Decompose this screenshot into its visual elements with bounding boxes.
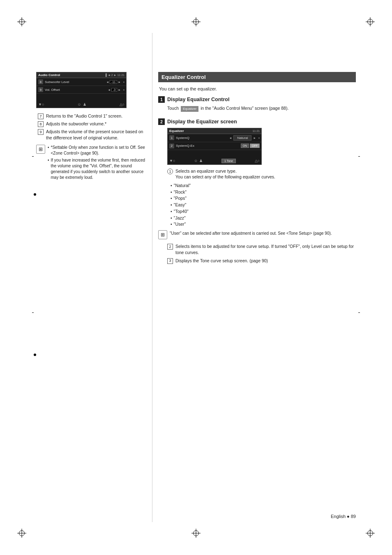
eq-screen-time: 11:21 bbox=[252, 130, 260, 132]
slider-subwoofer: ◄ -11 ► bbox=[106, 80, 121, 84]
num-box-8b: 8 bbox=[38, 121, 44, 127]
reg-crosshair-br bbox=[366, 529, 375, 538]
equalizer-touch-button: Equalizer bbox=[181, 106, 198, 112]
num-box-7: 7 bbox=[38, 113, 44, 119]
circle-num-1: 1 bbox=[167, 169, 173, 174]
eq-row-systemq-ex: 2 SystemQ-Ex ON OFF bbox=[168, 142, 261, 150]
screen-title: Audio Control bbox=[38, 73, 60, 77]
bullet-top40: "Top40" bbox=[171, 208, 356, 215]
step-1-title: Display Equalizer Control bbox=[167, 96, 229, 103]
num-item-9: 9 Adjusts the volume of the present sour… bbox=[38, 129, 147, 141]
row-num-9: 9 bbox=[38, 87, 43, 92]
eq-icon-person: ♟ bbox=[199, 159, 203, 163]
bullet-user: "User" bbox=[171, 221, 356, 228]
audio-control-screen: Audio Control ▌◄ 2 ► 11:21 8 Subwoofer L… bbox=[36, 72, 127, 108]
eq-num-1: 1 bbox=[169, 135, 174, 140]
eq-screen-title: Equalizer bbox=[169, 129, 184, 133]
step-1-block: 1 Display Equalizer Control Touch Equali… bbox=[158, 96, 356, 112]
screen-bottom: ▼○ ☺ ♟ △○ bbox=[37, 101, 126, 108]
reg-crosshair-bc bbox=[191, 529, 201, 538]
eq-icon-1: ▪ bbox=[258, 136, 260, 140]
left-arrow-9: ◄ bbox=[108, 88, 111, 91]
eq-label-systemq: SystemQ bbox=[176, 136, 227, 140]
right-arrow-8: ► bbox=[118, 81, 121, 83]
circle-item-1-header: 1 Selects an equalizer curve type. You c… bbox=[167, 168, 356, 180]
screen-header: Audio Control ▌◄ 2 ► 11:21 bbox=[37, 72, 126, 78]
bullet-easy: "Easy" bbox=[171, 202, 356, 208]
small-num-box-3: 3 bbox=[167, 258, 173, 264]
intro-text: You can set up the equalizer. bbox=[158, 86, 356, 91]
screen-row-subwoofer: 8 Subwoofer Level ◄ -11 ► ▪ bbox=[37, 78, 126, 86]
bottom-right-btn: △○ bbox=[120, 102, 125, 106]
tick-left-2 bbox=[32, 312, 34, 313]
icon-person: ♟ bbox=[83, 102, 86, 106]
eq-value-1: Natural bbox=[233, 135, 251, 141]
margin-dot-2 bbox=[34, 354, 36, 356]
eq-empty-area bbox=[168, 150, 261, 157]
equalizer-screen: Equalizer 11:21 1 SystemQ ◄ Natural ► ▪ … bbox=[167, 128, 262, 165]
bullet-rock: "Rock" bbox=[171, 189, 356, 196]
num-text-7: Returns to the "Audio Control 1" screen. bbox=[46, 113, 147, 119]
eq-screen-header: Equalizer 11:21 bbox=[168, 128, 261, 134]
bottom-left-btn: ▼○ bbox=[38, 102, 44, 106]
right-column: Equalizer Control You can set up the equ… bbox=[158, 72, 356, 271]
value-8: -11 bbox=[110, 80, 117, 84]
bullet-jazz: "Jazz" bbox=[171, 215, 356, 222]
num-text-9: Adjusts the volume of the present source… bbox=[46, 129, 147, 141]
eq-right-icons: ☺ ♟ bbox=[194, 159, 203, 163]
eq-bottom-right: △○ bbox=[255, 159, 260, 163]
num-box-9b: 9 bbox=[38, 129, 44, 135]
note-icon-left: ⊞ bbox=[36, 145, 45, 154]
column-divider bbox=[152, 33, 152, 522]
row-label-subwoofer: Subwoofer Level bbox=[45, 80, 104, 84]
small-num-item-2: 2 Selects items to be adjusted for tone … bbox=[167, 243, 356, 255]
margin-dot-1 bbox=[34, 193, 36, 196]
eq-right-arrow-1: ► bbox=[253, 136, 256, 139]
step-num-2: 2 bbox=[158, 118, 165, 125]
num-item-7: 7 Returns to the "Audio Control 1" scree… bbox=[38, 113, 147, 119]
small-num-text-3: Displays the Tone curve setup screen. (p… bbox=[175, 258, 268, 264]
eq-curve-bullets: "Natural" "Rock" "Pops" "Easy" "Top40" "… bbox=[171, 183, 356, 228]
eq-bottom-left: ▼○ bbox=[169, 159, 175, 163]
eq-num-2: 2 bbox=[169, 143, 174, 148]
num-text-8: Adjusts the subwoofer volume.* bbox=[46, 121, 147, 127]
note-block-left: ⊞ *Settable Only when zone function is s… bbox=[36, 145, 147, 182]
left-column: Audio Control ▌◄ 2 ► 11:21 8 Subwoofer L… bbox=[36, 72, 147, 185]
eq-icon-face: ☺ bbox=[194, 159, 198, 163]
step-1-desc: Touch Equalizer in the "Audio Control Me… bbox=[167, 105, 356, 112]
tick-left-1 bbox=[32, 156, 34, 157]
step-2-header: 2 Display the Equalizer screen bbox=[158, 118, 356, 125]
tick-right-1 bbox=[358, 156, 360, 157]
screen-row-voloffset: 9 Vol. Offset ◄ -3 ► ▪ bbox=[37, 86, 126, 94]
right-note-text: "User" can be selected after tone adjust… bbox=[170, 230, 356, 239]
eq-left-arrow-1: ◄ bbox=[229, 136, 232, 139]
eq-tone-btn[interactable]: 1 Tone bbox=[221, 159, 236, 163]
right-icons: ☺ ♟ bbox=[77, 102, 86, 106]
circle-item-1: 1 Selects an equalizer curve type. You c… bbox=[167, 168, 356, 180]
page-number: English ● 89 bbox=[331, 514, 356, 519]
step-2-title: Display the Equalizer screen bbox=[167, 118, 237, 125]
small-num-text-2: Selects items to be adjusted for tone cu… bbox=[175, 243, 356, 255]
icon-col-8: ▪ bbox=[123, 80, 125, 84]
small-num-item-3: 3 Displays the Tone curve setup screen. … bbox=[167, 258, 356, 264]
eq-on-btn[interactable]: ON bbox=[241, 143, 249, 148]
row-num-8: 8 bbox=[38, 79, 43, 84]
screen-empty-area bbox=[37, 94, 126, 101]
step-1-desc-before: Touch bbox=[167, 106, 179, 111]
small-num-box-2: 2 bbox=[167, 244, 173, 250]
reg-crosshair-tl bbox=[17, 17, 26, 26]
num-item-8: 8 Adjusts the subwoofer volume.* bbox=[38, 121, 147, 127]
reg-crosshair-tr bbox=[366, 17, 375, 26]
note-bullet-1: *Settable Only when zone function is set… bbox=[48, 145, 147, 156]
note-icon-right: ⊞ bbox=[158, 230, 167, 239]
reg-crosshair-tc bbox=[191, 17, 201, 26]
left-arrow-8: ◄ bbox=[106, 81, 109, 83]
icon-col-9: ▪ bbox=[123, 88, 125, 92]
eq-off-btn[interactable]: OFF bbox=[250, 143, 260, 148]
eq-row-systemq: 1 SystemQ ◄ Natural ► ▪ bbox=[168, 134, 261, 142]
reg-crosshair-bl bbox=[17, 529, 26, 538]
right-note-block: ⊞ "User" can be selected after tone adju… bbox=[158, 230, 356, 239]
note-bullet-2: If you have increased the volume first, … bbox=[48, 157, 147, 180]
right-arrow-9: ► bbox=[118, 88, 121, 91]
bullet-pops: "Pops" bbox=[171, 195, 356, 202]
